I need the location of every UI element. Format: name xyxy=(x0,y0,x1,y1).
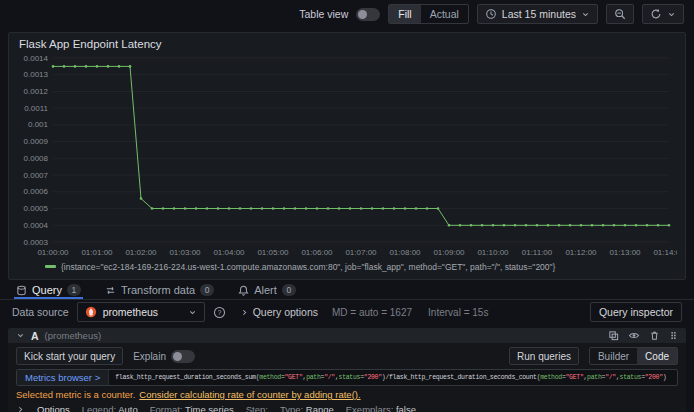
latency-chart[interactable]: 0.00030.00040.00050.00060.00070.00080.00… xyxy=(17,52,677,260)
remove-query-icon[interactable] xyxy=(649,330,660,341)
svg-text:0.0011: 0.0011 xyxy=(24,104,48,113)
builder-mode-button[interactable]: Builder xyxy=(590,348,637,364)
query-expression[interactable]: flask_http_request_duration_seconds_sum(… xyxy=(109,370,677,385)
duplicate-query-icon[interactable] xyxy=(608,330,619,341)
svg-text:01:14:00: 01:14:00 xyxy=(653,248,677,257)
clock-icon xyxy=(485,8,497,20)
query-row-body: Kick start your query Explain Run querie… xyxy=(8,347,686,412)
query-options-label: Query options xyxy=(253,306,318,318)
kick-start-button[interactable]: Kick start your query xyxy=(16,347,123,365)
series-label: {instance="ec2-184-169-216-224.us-west-1… xyxy=(61,262,555,272)
explain-label: Explain xyxy=(133,351,166,362)
tab-transform-label: Transform data xyxy=(121,284,195,296)
svg-text:0.0004: 0.0004 xyxy=(24,221,49,230)
actual-button[interactable]: Actual xyxy=(421,5,468,23)
query-options-summary: MD = auto = 1627 Interval = 15s xyxy=(332,307,488,318)
metrics-browser-button[interactable]: Metrics browser > xyxy=(17,370,109,385)
time-range-label: Last 15 minutes xyxy=(502,8,576,20)
tab-alert-label: Alert xyxy=(254,284,277,296)
refresh-button[interactable] xyxy=(642,4,684,24)
chevron-right-icon xyxy=(240,308,249,317)
svg-text:01:01:00: 01:01:00 xyxy=(81,248,113,257)
svg-text:01:13:00: 01:13:00 xyxy=(609,248,641,257)
latency-panel: Flask App Endpoint Latency 0.00030.00040… xyxy=(8,32,686,280)
svg-text:01:10:00: 01:10:00 xyxy=(477,248,509,257)
query-row-header[interactable]: A (prometheus) xyxy=(8,328,686,343)
help-icon[interactable]: ? xyxy=(213,306,226,319)
zoom-out-button[interactable] xyxy=(606,4,634,24)
query-options-pairs: Legend: AutoFormat: Time seriesStep: Typ… xyxy=(82,404,416,412)
chevron-right-icon xyxy=(16,405,25,412)
query-editor-section: A (prometheus) Kick start your query xyxy=(8,328,686,412)
datasource-name: prometheus xyxy=(103,306,182,318)
svg-text:01:05:00: 01:05:00 xyxy=(257,248,289,257)
code-mode-button[interactable]: Code xyxy=(637,348,677,364)
promql-editor: Metrics browser > flask_http_request_dur… xyxy=(16,369,678,386)
series-color-mark xyxy=(45,265,56,268)
query-inspector-button[interactable]: Query inspector xyxy=(590,302,682,322)
warning-text: Selected metric is a counter. xyxy=(16,389,135,400)
chevron-down-icon xyxy=(188,308,197,317)
tab-transform[interactable]: Transform data 0 xyxy=(103,284,216,299)
options-label: Options xyxy=(37,404,70,412)
query-options-footer[interactable]: Options Legend: AutoFormat: Time seriesS… xyxy=(16,403,678,412)
svg-text:01:07:00: 01:07:00 xyxy=(345,248,377,257)
svg-text:0.0007: 0.0007 xyxy=(24,171,49,180)
query-ref-id: A xyxy=(31,330,39,342)
svg-text:01:12:00: 01:12:00 xyxy=(565,248,597,257)
drag-handle-icon[interactable] xyxy=(669,330,678,341)
max-data-points-summary: MD = auto = 1627 xyxy=(332,307,412,318)
time-range-picker[interactable]: Last 15 minutes xyxy=(477,4,598,24)
grafana-panel-editor: Table view Fill Actual Last 15 minutes xyxy=(0,0,694,412)
query-tab-icon xyxy=(16,285,27,296)
chevron-down-icon[interactable] xyxy=(16,331,25,340)
tab-alert[interactable]: Alert 0 xyxy=(236,284,298,299)
panel-title: Flask App Endpoint Latency xyxy=(17,36,677,52)
svg-text:01:11:00: 01:11:00 xyxy=(522,248,553,257)
svg-text:0.0005: 0.0005 xyxy=(24,204,49,213)
tab-query[interactable]: Query 1 xyxy=(14,284,83,299)
tab-query-label: Query xyxy=(32,284,62,296)
editor-tabs: Query 1 Transform data 0 Alert 0 xyxy=(0,280,694,300)
transform-tab-icon xyxy=(105,285,116,296)
svg-text:?: ? xyxy=(217,308,221,315)
svg-text:0.0012: 0.0012 xyxy=(24,87,49,96)
svg-text:01:03:00: 01:03:00 xyxy=(169,248,201,257)
svg-text:01:08:00: 01:08:00 xyxy=(389,248,421,257)
svg-text:01:00:00: 01:00:00 xyxy=(37,248,69,257)
svg-text:01:09:00: 01:09:00 xyxy=(433,248,465,257)
pane-size-group: Fill Actual xyxy=(388,4,469,24)
svg-text:0.0009: 0.0009 xyxy=(24,137,49,146)
chart-legend[interactable]: {instance="ec2-184-169-216-224.us-west-1… xyxy=(17,260,677,273)
zoom-out-icon xyxy=(614,8,626,20)
table-view-toggle[interactable] xyxy=(356,8,380,21)
svg-text:01:06:00: 01:06:00 xyxy=(301,248,333,257)
svg-text:0.0014: 0.0014 xyxy=(24,54,49,63)
query-toolbar: Kick start your query Explain Run querie… xyxy=(16,347,678,365)
table-view-label: Table view xyxy=(299,8,348,20)
explain-toggle[interactable] xyxy=(171,350,195,363)
svg-text:0.001: 0.001 xyxy=(28,120,49,129)
panel-preview-area: Flask App Endpoint Latency 0.00030.00040… xyxy=(0,28,694,280)
query-options-toggle[interactable]: Query options xyxy=(240,306,318,318)
svg-text:01:02:00: 01:02:00 xyxy=(125,248,157,257)
editor-mode-group: Builder Code xyxy=(589,347,678,365)
svg-text:0.0013: 0.0013 xyxy=(24,70,49,79)
refresh-icon xyxy=(650,8,662,20)
fill-button[interactable]: Fill xyxy=(389,5,420,23)
hide-query-icon[interactable] xyxy=(628,330,640,341)
datasource-picker[interactable]: prometheus xyxy=(77,302,205,322)
tab-query-count: 1 xyxy=(67,284,81,296)
query-row-actions xyxy=(608,330,678,341)
run-queries-button[interactable]: Run queries xyxy=(509,347,579,365)
tab-transform-count: 0 xyxy=(200,284,214,296)
svg-text:0.0006: 0.0006 xyxy=(24,187,49,196)
prometheus-icon xyxy=(85,306,97,318)
tab-alert-count: 0 xyxy=(282,284,296,296)
svg-text:0.0008: 0.0008 xyxy=(24,154,49,163)
query-datasource-ref: (prometheus) xyxy=(45,330,602,341)
warning-rate-link[interactable]: Consider calculating rate of counter by … xyxy=(139,389,360,400)
explain-control: Explain xyxy=(133,350,195,363)
alert-tab-icon xyxy=(238,285,249,296)
svg-text:0.0003: 0.0003 xyxy=(24,238,49,247)
